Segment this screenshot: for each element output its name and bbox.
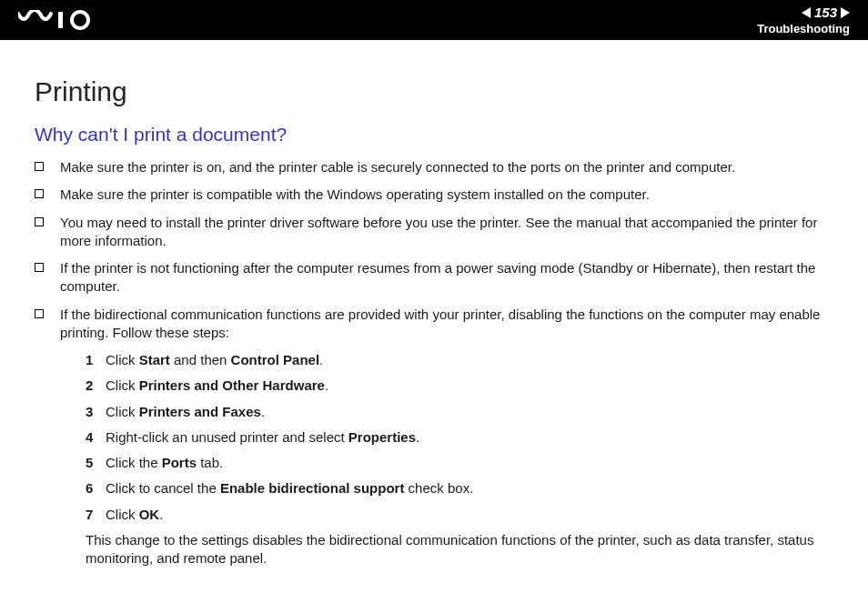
bullet-text: Make sure the printer is on, and the pri… (60, 158, 836, 176)
square-bullet-icon (35, 217, 44, 226)
list-item: If the bidirectional communication funct… (35, 306, 836, 568)
step-text: Right-click an unused printer and select… (106, 428, 836, 447)
square-bullet-icon (35, 162, 44, 171)
square-bullet-icon (35, 189, 44, 198)
svg-point-1 (72, 12, 88, 28)
step-item: 1Click Start and then Control Panel. (86, 351, 836, 369)
vaio-logo (18, 10, 100, 30)
bullet-text: If the printer is not functioning after … (60, 259, 836, 296)
step-number: 5 (86, 454, 106, 472)
step-item: 6Click to cancel the Enable bidirectiona… (86, 479, 836, 497)
step-item: 2Click Printers and Other Hardware. (86, 377, 836, 395)
after-steps-text: This change to the settings disables the… (60, 531, 836, 568)
square-bullet-icon (35, 309, 44, 318)
page-nav: 153 (802, 5, 850, 20)
svg-rect-0 (58, 12, 63, 28)
step-text: Click OK. (106, 506, 836, 524)
list-item: Make sure the printer is compatible with… (35, 186, 836, 204)
list-item: You may need to install the printer driv… (35, 214, 836, 251)
step-number: 3 (86, 403, 106, 421)
bullet-text: You may need to install the printer driv… (60, 214, 836, 251)
step-number: 2 (86, 377, 106, 395)
list-item: If the printer is not functioning after … (35, 259, 836, 296)
bullet-text: Make sure the printer is compatible with… (60, 186, 836, 204)
page-number: 153 (814, 5, 837, 20)
page-title: Printing (35, 76, 836, 107)
list-item: Make sure the printer is on, and the pri… (35, 158, 836, 176)
step-text: Click to cancel the Enable bidirectional… (106, 479, 836, 497)
step-item: 4Right-click an unused printer and selec… (86, 428, 836, 447)
step-number: 6 (86, 479, 106, 497)
step-text: Click Printers and Faxes. (106, 403, 836, 421)
bullet-intro: If the bidirectional communication funct… (60, 306, 820, 340)
prev-page-arrow-icon[interactable] (802, 7, 811, 18)
next-page-arrow-icon[interactable] (841, 7, 850, 18)
page-header: 153 Troubleshooting (0, 0, 868, 40)
step-item: 3Click Printers and Faxes. (86, 403, 836, 421)
bullet-list: Make sure the printer is on, and the pri… (35, 158, 836, 568)
bullet-text: If the bidirectional communication funct… (60, 306, 836, 568)
step-number: 1 (86, 351, 106, 369)
square-bullet-icon (35, 263, 44, 272)
header-right: 153 Troubleshooting (757, 5, 850, 35)
steps-list: 1Click Start and then Control Panel.2Cli… (60, 351, 836, 524)
page-content: Printing Why can't I print a document? M… (0, 40, 868, 613)
step-number: 4 (86, 428, 106, 447)
step-text: Click Start and then Control Panel. (106, 351, 836, 369)
step-item: 5Click the Ports tab. (86, 454, 836, 472)
step-item: 7Click OK. (86, 506, 836, 524)
step-number: 7 (86, 506, 106, 524)
step-text: Click Printers and Other Hardware. (106, 377, 836, 395)
section-name: Troubleshooting (757, 22, 850, 35)
step-text: Click the Ports tab. (106, 454, 836, 472)
page-subtitle: Why can't I print a document? (35, 124, 836, 146)
